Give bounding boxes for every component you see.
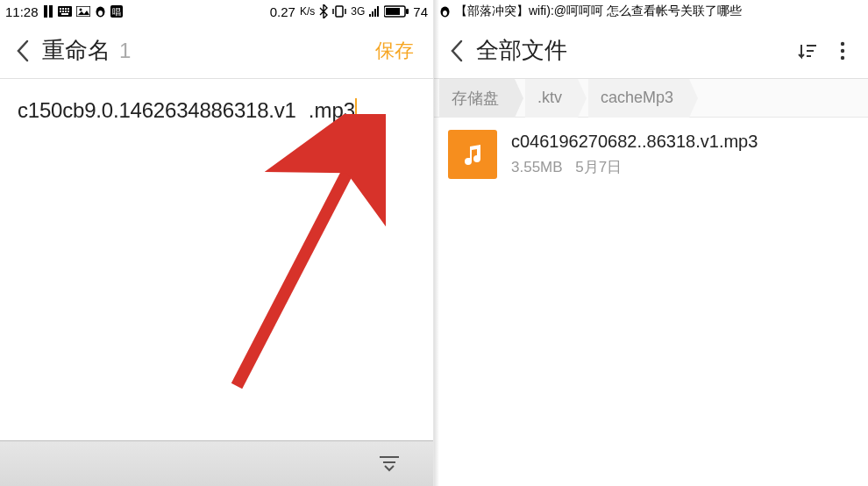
status-speed: 0.27 xyxy=(270,4,295,19)
svg-rect-24 xyxy=(377,6,379,17)
selection-count: 1 xyxy=(119,39,131,63)
chevron-down-icon xyxy=(383,465,395,472)
app-icon: 唱 xyxy=(110,5,123,18)
music-file-icon xyxy=(448,130,497,179)
svg-rect-27 xyxy=(406,9,409,14)
page-title: 全部文件 xyxy=(476,35,567,66)
image-icon xyxy=(76,6,90,17)
svg-line-28 xyxy=(237,140,364,386)
status-battery: 74 xyxy=(413,4,428,19)
svg-point-30 xyxy=(443,11,447,16)
svg-rect-7 xyxy=(60,11,61,12)
status-speed-unit: K/s xyxy=(300,5,315,18)
svg-rect-23 xyxy=(374,9,376,17)
svg-rect-21 xyxy=(369,14,371,17)
breadcrumb-item[interactable]: cacheMp3 xyxy=(588,79,689,118)
keyboard-collapse-button[interactable] xyxy=(372,451,407,477)
file-size: 3.55MB xyxy=(511,159,563,175)
svg-rect-26 xyxy=(386,8,400,15)
svg-rect-18 xyxy=(336,6,343,17)
svg-rect-4 xyxy=(62,8,64,10)
sort-button[interactable] xyxy=(793,33,822,68)
status-bar: 11:28 唱 0.27 K/s 3G 74 xyxy=(0,0,433,23)
status-net: 3G xyxy=(351,5,365,18)
svg-rect-22 xyxy=(372,11,374,17)
penguin-icon xyxy=(95,5,106,18)
pause-icon xyxy=(43,5,53,18)
save-button[interactable]: 保存 xyxy=(366,32,423,69)
svg-rect-10 xyxy=(68,11,69,12)
keyboard-icon xyxy=(58,6,72,17)
back-button[interactable] xyxy=(11,33,35,68)
keyboard-toolbar xyxy=(0,440,433,486)
svg-point-34 xyxy=(841,41,844,45)
status-bar: 【部落冲突】wifi):@呵呵呵 怎么查看帐号关联了哪些 xyxy=(434,0,868,23)
chevron-left-icon xyxy=(450,39,464,62)
more-vertical-icon xyxy=(840,41,845,61)
sort-icon xyxy=(798,42,817,60)
breadcrumb-item[interactable]: 存储盘 xyxy=(439,79,515,118)
battery-icon xyxy=(384,5,409,18)
vibrate-icon xyxy=(332,5,346,18)
penguin-icon xyxy=(439,5,451,18)
svg-rect-9 xyxy=(65,11,67,12)
signal-icon xyxy=(369,6,380,17)
rename-input[interactable]: c150cb9.0.1462634886318.v1 .mp3 xyxy=(0,79,433,132)
more-button[interactable] xyxy=(828,33,857,68)
svg-point-36 xyxy=(841,55,844,59)
header: 全部文件 xyxy=(434,23,868,79)
svg-rect-12 xyxy=(76,6,90,17)
svg-rect-11 xyxy=(61,13,68,15)
svg-point-15 xyxy=(98,11,103,16)
breadcrumb: 存储盘 .ktv cacheMp3 xyxy=(434,79,868,118)
svg-rect-8 xyxy=(62,11,64,12)
text-caret xyxy=(355,98,357,123)
svg-rect-0 xyxy=(44,5,47,18)
status-notification: 【部落冲突】wifi):@呵呵呵 怎么查看帐号关联了哪些 xyxy=(455,4,742,19)
bluetooth-icon xyxy=(319,4,328,18)
header: 重命名 1 保存 xyxy=(0,23,433,79)
page-title: 重命名 xyxy=(42,35,110,66)
breadcrumb-item[interactable]: .ktv xyxy=(525,79,578,118)
file-row[interactable]: c046196270682..86318.v1.mp3 3.55MB 5月7日 xyxy=(434,118,868,191)
file-meta: 3.55MB 5月7日 xyxy=(511,157,758,177)
file-name: c046196270682..86318.v1.mp3 xyxy=(511,132,758,152)
svg-point-13 xyxy=(79,9,82,11)
back-button[interactable] xyxy=(445,33,469,68)
files-screen: 【部落冲突】wifi):@呵呵呵 怎么查看帐号关联了哪些 全部文件 存储盘 .k… xyxy=(434,0,868,486)
svg-rect-6 xyxy=(68,8,69,10)
filename-ext: .mp3 xyxy=(309,98,355,123)
svg-point-35 xyxy=(841,48,844,52)
status-time: 11:28 xyxy=(5,4,39,19)
file-date: 5月7日 xyxy=(575,159,622,175)
arrow-annotation xyxy=(184,114,386,404)
rename-screen: 11:28 唱 0.27 K/s 3G 74 重命名 1 保存 c150cb9.… xyxy=(0,0,434,486)
svg-rect-1 xyxy=(49,5,53,18)
svg-text:唱: 唱 xyxy=(112,7,121,17)
svg-rect-3 xyxy=(60,8,61,10)
chevron-left-icon xyxy=(16,39,30,62)
filename-base: c150cb9.0.1462634886318.v1 xyxy=(18,98,296,123)
svg-rect-5 xyxy=(65,8,67,10)
